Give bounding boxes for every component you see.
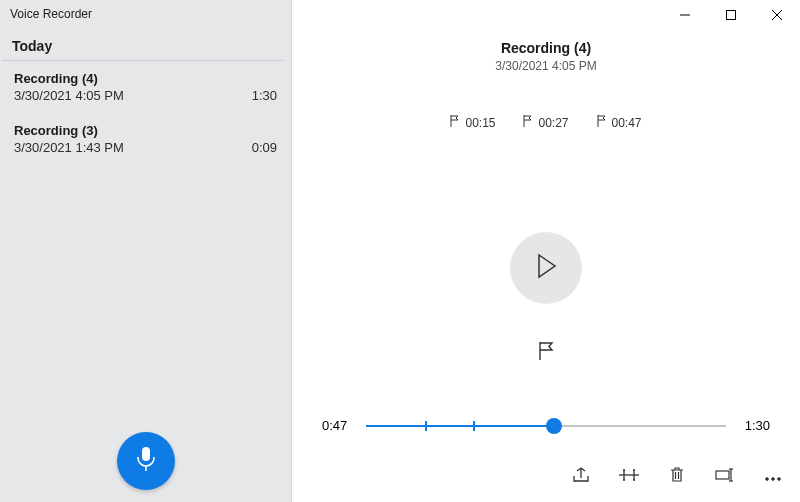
detail-timestamp: 3/30/2021 4:05 PM — [292, 59, 800, 73]
detail-pane: Recording (4) 3/30/2021 4:05 PM 00:15 00… — [292, 0, 800, 502]
list-item[interactable]: Recording (3) 3/30/2021 1:43 PM 0:09 — [0, 113, 291, 165]
svg-rect-3 — [727, 11, 736, 20]
recording-timestamp: 3/30/2021 4:05 PM — [14, 88, 124, 103]
flag-icon — [450, 115, 460, 130]
svg-rect-0 — [142, 447, 150, 461]
playhead-total: 1:30 — [740, 418, 770, 433]
record-button[interactable] — [117, 432, 175, 490]
maximize-button[interactable] — [708, 0, 754, 30]
window-title: Voice Recorder — [0, 0, 291, 28]
recording-duration: 0:09 — [252, 140, 277, 155]
sidebar: Voice Recorder Today Recording (4) 3/30/… — [0, 0, 292, 502]
flag-icon — [523, 115, 533, 130]
svg-point-14 — [778, 478, 781, 481]
svg-point-12 — [766, 478, 769, 481]
recording-title: Recording (4) — [14, 71, 277, 86]
playhead-current: 0:47 — [322, 418, 352, 433]
share-button[interactable] — [568, 464, 594, 490]
close-button[interactable] — [754, 0, 800, 30]
recording-duration: 1:30 — [252, 88, 277, 103]
trim-icon — [619, 468, 639, 486]
svg-point-13 — [772, 478, 775, 481]
recording-timestamp: 3/30/2021 1:43 PM — [14, 140, 124, 155]
playhead-thumb[interactable] — [546, 418, 562, 434]
marker-item[interactable]: 00:27 — [523, 115, 568, 130]
list-item[interactable]: Recording (4) 3/30/2021 4:05 PM 1:30 — [0, 61, 291, 113]
timeline-track[interactable] — [366, 419, 726, 433]
marker-time: 00:15 — [465, 116, 495, 130]
delete-button[interactable] — [664, 464, 690, 490]
marker-time: 00:47 — [612, 116, 642, 130]
track-fill — [366, 425, 554, 427]
recording-title: Recording (3) — [14, 123, 277, 138]
track-marker — [473, 421, 475, 431]
flag-icon — [537, 341, 555, 365]
trim-button[interactable] — [616, 464, 642, 490]
marker-list: 00:15 00:27 00:47 — [292, 115, 800, 130]
microphone-icon — [135, 446, 157, 476]
svg-marker-6 — [539, 255, 555, 277]
timeline: 0:47 1:30 — [322, 418, 770, 433]
svg-rect-8 — [716, 471, 729, 479]
share-icon — [572, 467, 590, 487]
marker-item[interactable]: 00:47 — [597, 115, 642, 130]
rename-button[interactable] — [712, 464, 738, 490]
marker-time: 00:27 — [538, 116, 568, 130]
play-button[interactable] — [510, 232, 582, 304]
window-controls — [662, 0, 800, 30]
bottom-toolbar — [568, 464, 786, 490]
track-marker — [425, 421, 427, 431]
trash-icon — [670, 467, 684, 487]
rename-icon — [715, 468, 735, 486]
more-icon — [764, 468, 782, 486]
section-label-today: Today — [0, 28, 291, 60]
play-icon — [535, 253, 557, 283]
flag-icon — [597, 115, 607, 130]
add-marker-button[interactable] — [529, 336, 563, 370]
minimize-button[interactable] — [662, 0, 708, 30]
marker-item[interactable]: 00:15 — [450, 115, 495, 130]
more-button[interactable] — [760, 464, 786, 490]
detail-title: Recording (4) — [292, 40, 800, 56]
